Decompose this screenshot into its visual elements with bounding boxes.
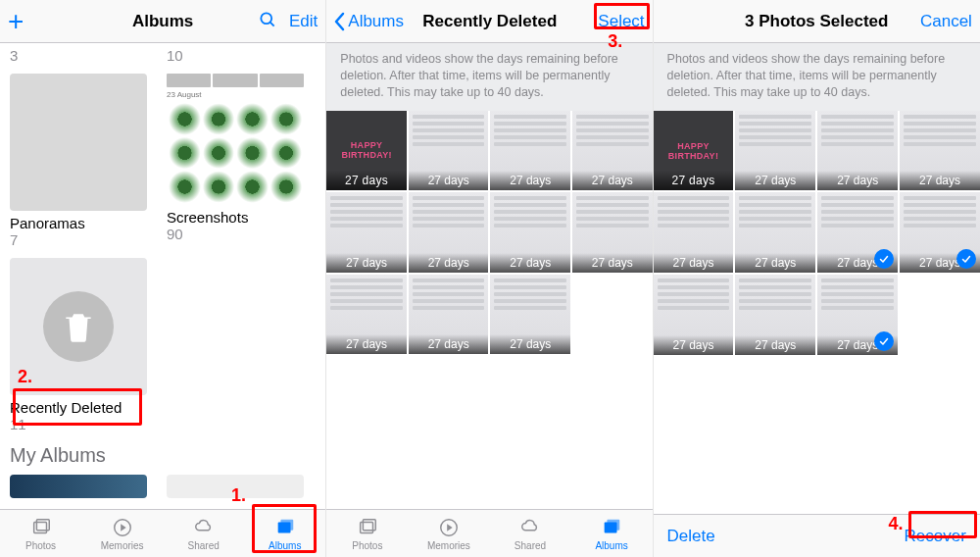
deleted-photo[interactable]: 27 days bbox=[735, 275, 815, 355]
deleted-photo[interactable]: 27 days bbox=[326, 192, 407, 273]
days-remaining: 27 days bbox=[409, 334, 489, 354]
album-count: 90 bbox=[167, 226, 304, 242]
album-item[interactable] bbox=[10, 475, 147, 498]
callout-label-4: 4. bbox=[889, 514, 904, 534]
tab-label: Shared bbox=[514, 540, 546, 551]
callout-label-2: 2. bbox=[18, 367, 32, 387]
tab-photos[interactable]: Photos bbox=[0, 510, 81, 557]
albums-pane: + Albums Edit 3 10 bbox=[0, 0, 326, 557]
shared-icon bbox=[517, 517, 543, 538]
deleted-photo[interactable]: 27 days bbox=[735, 111, 815, 191]
back-label: Albums bbox=[348, 12, 404, 31]
add-button[interactable]: + bbox=[8, 12, 24, 31]
selection-pane: 3 Photos Selected Cancel Photos and vide… bbox=[654, 0, 980, 557]
tab-memories[interactable]: Memories bbox=[81, 510, 163, 557]
photos-icon bbox=[355, 517, 380, 538]
search-icon[interactable] bbox=[258, 10, 277, 33]
album-name: Panoramas bbox=[10, 215, 147, 231]
deleted-photo[interactable]: 27 days bbox=[817, 275, 898, 355]
deleted-photo[interactable]: 27 days bbox=[817, 111, 898, 191]
days-remaining: 27 days bbox=[490, 171, 570, 190]
deleted-photo[interactable]: 27 days bbox=[817, 192, 898, 273]
nav-title: 3 Photos Selected bbox=[730, 12, 904, 31]
days-remaining: 27 days bbox=[817, 171, 898, 190]
deleted-photo[interactable]: 27 days bbox=[490, 192, 570, 273]
tab-photos[interactable]: Photos bbox=[326, 510, 408, 557]
info-banner: Photos and videos show the days remainin… bbox=[654, 43, 980, 111]
days-remaining: 27 days bbox=[735, 253, 815, 273]
memories-icon bbox=[110, 517, 135, 538]
days-remaining: 27 days bbox=[654, 335, 734, 355]
screenshot-thumb bbox=[167, 101, 304, 205]
svg-rect-8 bbox=[360, 522, 372, 532]
nav-title: Albums bbox=[76, 12, 249, 31]
days-remaining: 27 days bbox=[490, 253, 570, 273]
album-item[interactable]: 10 bbox=[167, 47, 304, 64]
days-remaining: 27 days bbox=[735, 171, 815, 190]
svg-marker-5 bbox=[121, 524, 126, 531]
deleted-grid[interactable]: HAPPYBIRTHDAY!27 days27 days27 days27 da… bbox=[326, 111, 652, 509]
album-count: 3 bbox=[10, 47, 147, 64]
deleted-photo[interactable]: 27 days bbox=[735, 192, 815, 273]
deleted-photo[interactable]: 27 days bbox=[654, 192, 734, 273]
tab-bar: Photos Memories Shared Albums bbox=[0, 509, 325, 557]
tab-label: Memories bbox=[101, 540, 144, 551]
deleted-photo[interactable]: 27 days bbox=[409, 111, 489, 191]
tab-albums[interactable]: Albums bbox=[571, 510, 653, 557]
select-button[interactable]: Select bbox=[598, 12, 644, 31]
deleted-photo[interactable]: 27 days bbox=[572, 192, 653, 273]
deleted-photo[interactable]: 27 days bbox=[490, 275, 570, 355]
nav-bar: 3 Photos Selected Cancel bbox=[654, 0, 980, 43]
tab-shared[interactable]: Shared bbox=[489, 510, 570, 557]
tab-memories[interactable]: Memories bbox=[408, 510, 489, 557]
albums-scroll[interactable]: 3 10 Panoramas 7 23 August bbox=[0, 43, 325, 509]
recover-button[interactable]: Recover bbox=[905, 527, 966, 546]
album-count: 11 bbox=[10, 416, 147, 432]
deleted-photo[interactable]: 27 days bbox=[409, 192, 489, 273]
deleted-photo[interactable]: HAPPYBIRTHDAY!27 days bbox=[654, 111, 734, 191]
deleted-photo[interactable]: 27 days bbox=[900, 111, 980, 191]
edit-button[interactable]: Edit bbox=[289, 12, 318, 31]
deleted-photo[interactable]: HAPPYBIRTHDAY!27 days bbox=[326, 111, 407, 191]
albums-icon bbox=[599, 517, 624, 538]
action-toolbar: Delete Recover bbox=[654, 514, 980, 557]
svg-point-0 bbox=[261, 13, 271, 24]
chevron-left-icon bbox=[334, 12, 346, 31]
tab-albums[interactable]: Albums bbox=[244, 510, 325, 557]
nav-bar: Albums Recently Deleted Select bbox=[326, 0, 652, 43]
tab-shared[interactable]: Shared bbox=[163, 510, 244, 557]
screenshot-date: 23 August bbox=[167, 90, 304, 99]
tab-label: Memories bbox=[427, 540, 470, 551]
album-screenshots[interactable]: 23 August Screenshots 90 bbox=[167, 74, 304, 248]
tab-label: Photos bbox=[352, 540, 382, 551]
days-remaining: 27 days bbox=[409, 253, 489, 273]
days-remaining: 27 days bbox=[654, 253, 734, 273]
deleted-photo[interactable]: 27 days bbox=[654, 275, 734, 355]
deleted-photo[interactable]: 27 days bbox=[409, 275, 489, 355]
album-name: Screenshots bbox=[167, 209, 304, 226]
deleted-photo[interactable]: 27 days bbox=[900, 192, 980, 273]
cancel-button[interactable]: Cancel bbox=[920, 12, 972, 31]
days-remaining: 27 days bbox=[326, 334, 407, 354]
callout-label-1: 1. bbox=[231, 485, 246, 506]
days-remaining: 27 days bbox=[409, 171, 489, 190]
days-remaining: 27 days bbox=[735, 335, 815, 355]
svg-marker-11 bbox=[447, 524, 453, 531]
deleted-photo[interactable]: 27 days bbox=[572, 111, 653, 191]
svg-rect-3 bbox=[36, 519, 49, 530]
back-button[interactable]: Albums bbox=[334, 12, 404, 31]
delete-button[interactable]: Delete bbox=[667, 527, 715, 546]
album-recently-deleted[interactable]: Recently Deleted 11 bbox=[10, 258, 147, 432]
album-item[interactable]: 3 bbox=[10, 47, 147, 64]
screenshot-strip bbox=[167, 74, 304, 87]
nav-bar: + Albums Edit bbox=[0, 0, 325, 43]
days-remaining: 27 days bbox=[654, 171, 734, 190]
deleted-photo[interactable]: 27 days bbox=[326, 275, 407, 355]
days-remaining: 27 days bbox=[572, 253, 653, 273]
deleted-grid[interactable]: HAPPYBIRTHDAY!27 days27 days27 days27 da… bbox=[654, 111, 980, 514]
deleted-photo[interactable]: 27 days bbox=[490, 111, 570, 191]
days-remaining: 27 days bbox=[326, 253, 407, 273]
tab-bar: Photos Memories Shared Albums bbox=[326, 509, 652, 557]
days-remaining: 27 days bbox=[900, 171, 980, 190]
album-panoramas[interactable]: Panoramas 7 bbox=[10, 74, 147, 248]
